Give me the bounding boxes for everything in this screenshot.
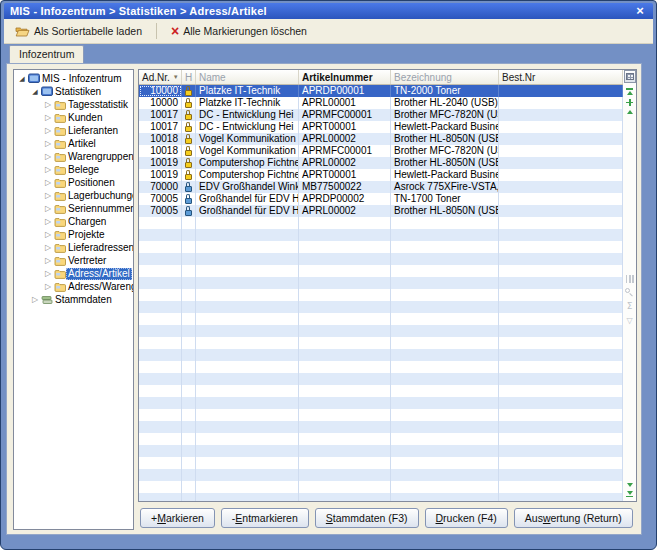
scroll-bottom-icon[interactable] [626,491,633,499]
table-row[interactable]: 10018Vogel KommunikationAPRMFC00001Broth… [139,145,623,157]
table-row[interactable]: 70005Großhandel für EDV HAPRDP00002TN-17… [139,193,623,205]
expand-arrow-icon[interactable]: ▷ [43,267,53,280]
column-header-adnr[interactable]: Ad.Nr.▼ [139,70,182,84]
table-empty-row[interactable] [139,265,623,277]
expand-arrow-icon[interactable]: ▷ [43,124,53,137]
tree-item-lieferadressen[interactable]: ▷Lieferadressen [14,241,133,254]
expand-arrow-icon[interactable]: ▷ [43,150,53,163]
tree-item-chargen[interactable]: ▷Chargen [14,215,133,228]
cell-h [182,373,196,385]
table-empty-row[interactable] [139,385,623,397]
table-empty-row[interactable] [139,481,623,493]
auswertung-button[interactable]: Auswertung (Return) [514,508,633,528]
tree-item-mis-infozentrum[interactable]: ◢MIS - Infozentrum [14,72,133,85]
tree-item-belege[interactable]: ▷Belege [14,163,133,176]
table-empty-row[interactable] [139,253,623,265]
tree-item-lieferanten[interactable]: ▷Lieferanten [14,124,133,137]
table-empty-row[interactable] [139,361,623,373]
tree-item-artikel[interactable]: ▷Artikel [14,137,133,150]
table-row[interactable]: 70000EDV Großhandel WinklMB77500022Asroc… [139,181,623,193]
plus-icon[interactable] [626,99,633,106]
expand-arrow-icon[interactable]: ▷ [43,176,53,189]
table-empty-row[interactable] [139,349,623,361]
table-empty-row[interactable] [139,373,623,385]
button-label-part: S [326,512,333,524]
tree-item-vertreter[interactable]: ▷Vertreter [14,254,133,267]
tree-item-lagerbuchungen[interactable]: ▷Lagerbuchungen [14,189,133,202]
expand-arrow-icon[interactable]: ▷ [43,111,53,124]
table-empty-row[interactable] [139,241,623,253]
table-row[interactable]: 10018Vogel KommunikationAPRL00002Brother… [139,133,623,145]
column-chooser-button[interactable] [624,70,636,83]
tree-item-tagesstatistik[interactable]: ▷Tagesstatistik [14,98,133,111]
stammdaten-button[interactable]: Stammdaten (F3) [315,508,419,528]
table-empty-row[interactable] [139,313,623,325]
tree-item-positionen[interactable]: ▷Positionen [14,176,133,189]
tree-item-kunden[interactable]: ▷Kunden [14,111,133,124]
filter-icon[interactable]: ▽ [626,316,632,325]
tree-item-statistiken[interactable]: ◢Statistiken [14,85,133,98]
expand-arrow-icon[interactable]: ▷ [30,293,40,306]
table-empty-row[interactable] [139,457,623,469]
tree-item-adress-warengruppen[interactable]: ▷Adress/Warengruppen [14,280,133,293]
drucken-button[interactable]: Drucken (F4) [425,508,508,528]
column-header-bestnr[interactable]: Best.Nr [499,70,623,84]
table-empty-row[interactable] [139,433,623,445]
table-empty-row[interactable] [139,409,623,421]
table-empty-row[interactable] [139,277,623,289]
search-icon[interactable] [625,288,634,297]
sum-icon[interactable]: Σ [627,302,633,311]
tree-item-stammdaten[interactable]: ▷Stammdaten [14,293,133,306]
expand-arrow-icon[interactable]: ▷ [43,215,53,228]
collapse-arrow-icon[interactable]: ◢ [17,72,27,85]
entmarkieren-button[interactable]: - Entmarkieren [221,508,309,528]
table-empty-row[interactable] [139,217,623,229]
column-header-name[interactable]: Name [196,70,299,84]
expand-arrow-icon[interactable]: ▷ [43,280,53,293]
columns-icon[interactable] [626,275,634,283]
scroll-down-icon[interactable] [627,483,633,487]
expand-arrow-icon[interactable]: ▷ [43,137,53,150]
tree-item-projekte[interactable]: ▷Projekte [14,228,133,241]
table-empty-row[interactable] [139,397,623,409]
expand-arrow-icon[interactable]: ▷ [43,241,53,254]
collapse-arrow-icon[interactable]: ◢ [30,85,40,98]
table-empty-row[interactable] [139,229,623,241]
table-row[interactable]: 10019Computershop FichtneAPRL00002Brothe… [139,157,623,169]
markieren-button[interactable]: + Markieren [140,508,215,528]
table-empty-row[interactable] [139,301,623,313]
tree-item-seriennummern[interactable]: ▷Seriennummern [14,202,133,215]
table-empty-row[interactable] [139,493,623,501]
close-button[interactable]: × [633,5,647,17]
table-empty-row[interactable] [139,469,623,481]
tree-item-warengruppen[interactable]: ▷Warengruppen [14,150,133,163]
cell-artikelnummer [299,421,391,433]
column-header-h[interactable]: H [182,70,196,84]
table-empty-row[interactable] [139,325,623,337]
table-empty-row[interactable] [139,289,623,301]
table-empty-row[interactable] [139,421,623,433]
table-row[interactable]: 10017DC - Entwicklung HeiAPRMFC00001Brot… [139,109,623,121]
tab-infozentrum[interactable]: Infozentrum [9,45,84,63]
expand-arrow-icon[interactable]: ▷ [43,202,53,215]
expand-arrow-icon[interactable]: ▷ [43,254,53,267]
load-sort-table-button[interactable]: Als Sortiertabelle laden [9,22,148,40]
expand-arrow-icon[interactable]: ▷ [43,98,53,111]
column-header-bezeichnung[interactable]: Bezeichnung [391,70,499,84]
table-row[interactable]: 70005Großhandel für EDV HAPRL00002Brothe… [139,205,623,217]
table-row[interactable]: 10000Platzke IT-TechnikAPRL00001Brother … [139,97,623,109]
scroll-up-icon[interactable] [627,110,633,114]
table-row[interactable]: 10019Computershop FichtneAPRT00001Hewlet… [139,169,623,181]
expand-arrow-icon[interactable]: ▷ [43,163,53,176]
expand-arrow-icon[interactable]: ▷ [43,228,53,241]
column-header-artikelnummer[interactable]: Artikelnummer [299,70,391,84]
table-empty-row[interactable] [139,445,623,457]
clear-marks-button[interactable]: × Alle Markierungen löschen [165,22,313,40]
expand-arrow-icon[interactable]: ▷ [43,189,53,202]
table-empty-row[interactable] [139,337,623,349]
scroll-top-icon[interactable] [626,87,633,95]
cell-h [182,121,196,133]
table-row[interactable]: 10000Platzke IT-TechnikAPRDP00001TN-2000… [139,85,623,97]
tree-item-adress-artikel[interactable]: ▷Adress/Artikel [14,267,133,280]
table-row[interactable]: 10017DC - Entwicklung HeiAPRT00001Hewlet… [139,121,623,133]
